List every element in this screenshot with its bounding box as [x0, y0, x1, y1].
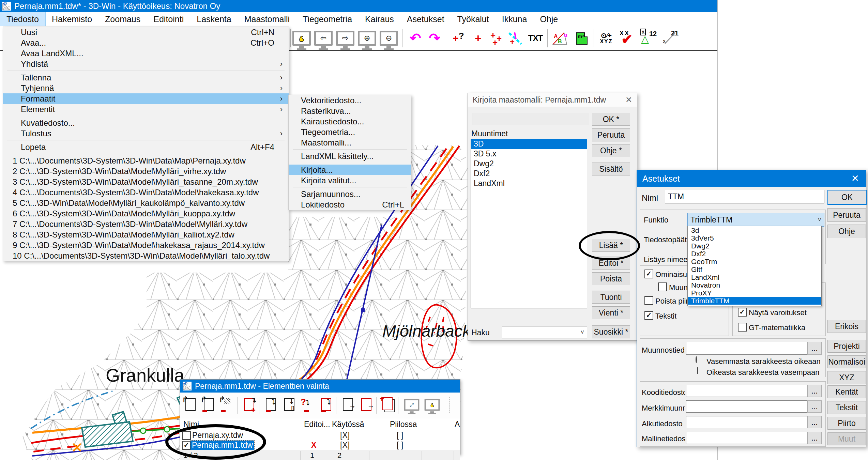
import-button[interactable]: Tuonti [592, 291, 630, 304]
settings-ok-button[interactable]: OK [827, 190, 867, 205]
alku-field[interactable] [686, 416, 807, 428]
add-file-icon[interactable]: +↴ [241, 397, 258, 414]
poista-piirtotie-checkbox[interactable] [644, 296, 653, 305]
submenu-sarjamuunnos[interactable]: Sarjamuunnos... [289, 189, 411, 199]
ok-button[interactable]: OK * [592, 113, 630, 126]
converter-dwg2[interactable]: Dwg2 [471, 159, 587, 169]
menu-tyokalut[interactable]: Työkalut [451, 12, 496, 26]
chevron-down-icon[interactable]: ˅ [580, 329, 584, 336]
undo-icon[interactable]: ↶ [406, 29, 425, 47]
merkki-browse-button[interactable]: ... [807, 400, 822, 413]
remove-button[interactable]: Poista [592, 272, 630, 285]
submenu-tiegeometria[interactable]: Tiegeometria... [289, 127, 411, 137]
option-dwg2[interactable]: Dwg2 [688, 242, 821, 250]
col-kaytossa[interactable]: Käytössä [332, 420, 364, 429]
chevron-down-icon[interactable]: ˅ [818, 216, 821, 224]
zoom-in-icon[interactable]: ⊕ [358, 29, 376, 47]
zoom-next-icon[interactable]: ⇨ [336, 29, 354, 47]
malline-field[interactable] [686, 432, 807, 444]
new-element-icon[interactable]: + [380, 397, 397, 414]
alku-browse-button[interactable]: ... [807, 416, 822, 428]
ominaisuus-checkbox[interactable] [644, 270, 653, 278]
tekstit-checkbox[interactable] [644, 311, 653, 320]
option-geotrm[interactable]: GeoTrm [688, 258, 821, 265]
option-dxf2[interactable]: Dxf2 [688, 250, 821, 258]
settings-help-button[interactable]: Ohje [827, 225, 866, 238]
koodi-browse-button[interactable]: ... [807, 385, 822, 397]
line-points-icon[interactable]: x 21 [661, 29, 680, 47]
menu-item-avaa[interactable]: Avaa...Ctrl+O [3, 37, 289, 48]
converter-name-field[interactable] [472, 113, 589, 125]
recent-file-4[interactable]: 4 C:\...\Documents\3D-System\3D-Win\Data… [3, 187, 289, 198]
menu-item-tallenna[interactable]: Tallenna› [3, 72, 289, 83]
menu-item-uusi[interactable]: UusiCtrl+N [3, 27, 289, 37]
menu-editointi[interactable]: Editointi [147, 12, 190, 26]
submenu-kirjoita[interactable]: Kirjoita... [289, 165, 411, 175]
conversion-field[interactable] [686, 342, 807, 355]
menu-tiedosto[interactable]: Tiedosto [0, 12, 45, 26]
submenu-vektoritiedosto[interactable]: Vektoritiedosto... [289, 95, 411, 106]
converter-3d[interactable]: 3D [471, 139, 587, 149]
read-file-close-icon[interactable]: ↱ [200, 397, 217, 414]
recent-file-8[interactable]: 8 C:\...\3D-System\3D-Win\Data\Model\Myl… [3, 229, 289, 240]
close-icon[interactable]: ✕ [625, 96, 632, 104]
function-dropdown-list[interactable]: 3d 3dVer5 Dwg2 Dxf2 GeoTrm Gltf LandXml … [687, 226, 822, 306]
malline-browse-button[interactable]: ... [807, 432, 822, 444]
submenu-lokitiedosto[interactable]: LokitiedostoCtrl+L [289, 199, 411, 210]
xyz-button[interactable]: XYZ [827, 371, 866, 384]
converter-landxml[interactable]: LandXml [471, 179, 587, 188]
function-combobox[interactable]: TrimbleTTM ˅ [687, 213, 824, 227]
koodi-field[interactable] [686, 385, 807, 397]
recent-file-9[interactable]: 9 C:\...\3D-System\3D-Win\Data\Model\hak… [3, 240, 289, 250]
tekstit-button[interactable]: Tekstit [827, 401, 866, 414]
check-points-icon[interactable]: x x ✔ [618, 29, 636, 47]
recent-file-6[interactable]: 6 C:\...\3D-System\3D-Win\Data\Model\Myl… [3, 208, 289, 219]
mean-point-icon[interactable]: x̄ △ 12 [639, 29, 658, 47]
option-novatron[interactable]: Novatron [688, 281, 821, 289]
export-active-icon[interactable]: → [358, 397, 375, 414]
coordinates-xyz-icon[interactable]: ⊙∕+ XYZ [597, 29, 615, 47]
name-field[interactable]: TTM [665, 190, 824, 203]
recent-file-5[interactable]: 5 C:\...\3D-Win\Data\Model\Mylläri_kauko… [3, 198, 289, 208]
col-piilossa[interactable]: Piilossa [390, 420, 417, 429]
menu-hakemisto[interactable]: Hakemisto [45, 12, 98, 26]
kentat-button[interactable]: Kentät [827, 385, 866, 398]
add-point-icon[interactable]: + [469, 29, 487, 47]
left-to-right-radio[interactable] [696, 356, 697, 363]
close-icon[interactable]: ✕ [851, 174, 859, 183]
option-proxy[interactable]: ProXY [688, 289, 821, 297]
menu-item-yhdista[interactable]: Yhdistä› [3, 59, 289, 69]
option-3dver5[interactable]: 3dVer5 [688, 234, 821, 242]
menu-maastomalli[interactable]: Maastomalli [238, 12, 296, 26]
write-active-icon[interactable]: ⤵ [318, 397, 335, 414]
add-point-query-icon[interactable]: +? [449, 29, 468, 47]
col-editoi[interactable]: Editoi... [304, 420, 330, 429]
zoom-previous-icon[interactable]: ⇦ [314, 29, 333, 47]
conversion-browse-button[interactable]: ... [807, 342, 822, 355]
merkki-field[interactable] [686, 400, 807, 413]
recent-file-2[interactable]: 2 C:\...\3D-System\3D-Win\Data\Model\Myl… [3, 166, 289, 177]
recent-file-10[interactable]: 10 C:\...\Documents\3D-System\3D-Win\Dat… [3, 250, 289, 261]
converter-dxf2[interactable]: Dxf2 [471, 169, 587, 179]
area-measure-icon[interactable]: m² [573, 29, 591, 47]
redraw-icon[interactable] [423, 397, 440, 414]
redraw-screen-icon[interactable] [292, 29, 311, 47]
menu-item-tulostus[interactable]: Tulostus› [3, 128, 289, 139]
menu-item-lopeta[interactable]: LopetaAlt+F4 [3, 142, 289, 152]
option-trimblettm[interactable]: TrimbleTTM [688, 297, 821, 305]
piirto-button[interactable]: Piirto [827, 417, 866, 430]
point-on-line-icon[interactable]: + [506, 29, 525, 47]
erikois-button[interactable]: Erikois [827, 320, 866, 333]
zoom-out-icon[interactable]: ⊖ [380, 29, 398, 47]
right-to-left-radio[interactable] [697, 367, 698, 374]
favorite-button[interactable]: Suosikki * [592, 325, 630, 338]
menu-ohje[interactable]: Ohje [533, 12, 564, 26]
help-button[interactable]: Ohje * [592, 144, 630, 157]
angle-measure-icon[interactable]: A B α [551, 29, 569, 47]
projekti-button[interactable]: Projekti [827, 340, 866, 353]
fit-screen-icon[interactable]: ⤢ [402, 397, 419, 414]
export-button[interactable]: Vienti * [592, 306, 630, 319]
read-file-icon[interactable]: ↱ [182, 397, 199, 414]
read-model-icon[interactable]: ↱ [219, 397, 236, 414]
recent-file-1[interactable]: 1 C:\...\Documents\3D-System\3D-Win\Data… [3, 155, 289, 166]
